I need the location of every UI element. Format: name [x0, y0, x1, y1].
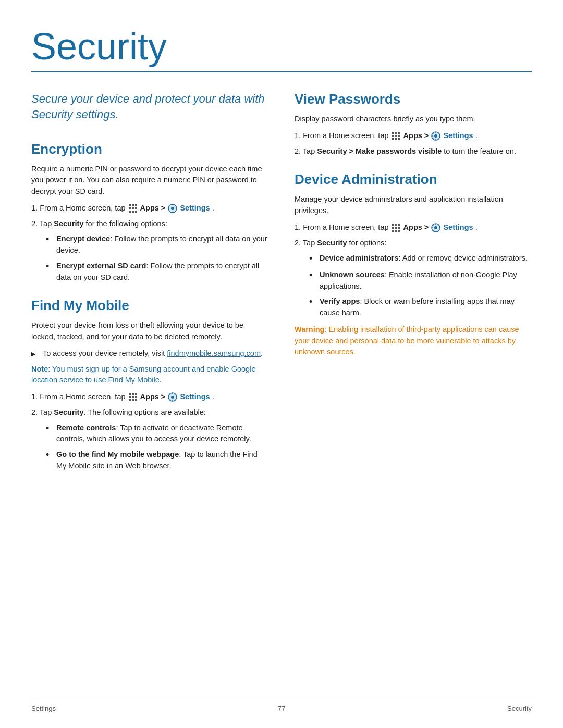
da-settings-gear-icon	[431, 223, 440, 232]
vp-apps-label: Apps >	[403, 131, 431, 140]
step-2-text-before: Tap Security for the following options:	[40, 219, 167, 228]
vp-step-1-num: 1.	[295, 131, 303, 140]
arrow-text: To access your device remotely, visit fi…	[43, 348, 263, 360]
svg-rect-27	[392, 135, 394, 137]
svg-rect-16	[132, 396, 134, 398]
da-bullet-1-bold: Device administrators	[320, 254, 399, 262]
vp-step-2: 2. Tap Security > Make passwords visible…	[295, 146, 532, 157]
find-my-mobile-note: Note: You must sign up for a Samsung acc…	[31, 364, 268, 387]
fmm-apps-grid-icon	[128, 392, 138, 402]
svg-rect-12	[129, 393, 131, 395]
left-column: Secure your device and protect your data…	[31, 91, 268, 486]
view-passwords-section: View Passwords Display password characte…	[295, 91, 532, 157]
da-settings-label: Settings	[443, 223, 475, 231]
fmm-step-2: 2. Tap Security. The following options a…	[31, 407, 268, 418]
svg-rect-20	[135, 399, 137, 401]
svg-rect-24	[392, 132, 394, 134]
vp-settings-label: Settings	[443, 131, 475, 140]
vp-apps-grid-icon	[391, 131, 401, 141]
svg-point-47	[434, 226, 437, 229]
view-passwords-title: View Passwords	[295, 91, 532, 107]
svg-point-35	[434, 134, 437, 138]
encryption-step-1: 1. From a Home screen, tap	[31, 203, 268, 214]
settings-gear-icon	[168, 204, 177, 213]
fmm-settings-gear-icon	[168, 392, 177, 402]
svg-rect-43	[395, 230, 397, 232]
svg-rect-39	[392, 227, 394, 229]
svg-rect-29	[398, 135, 400, 137]
fmm-step-1-num: 1.	[31, 392, 40, 401]
device-administration-title: Device Administration	[295, 171, 532, 188]
encryption-title: Encryption	[31, 141, 268, 157]
fmm-bullet-1: Remote controls: Tap to activate or deac…	[46, 423, 268, 446]
device-administration-section: Device Administration Manage your device…	[295, 171, 532, 358]
da-step-2-text: Tap Security for options:	[303, 239, 386, 247]
vp-settings-gear-icon	[431, 131, 440, 141]
vp-settings-period: .	[475, 131, 478, 140]
fmm-step-2-text: Tap Security. The following options are …	[40, 408, 206, 416]
encryption-bullet-1: Encrypt device: Follow the prompts to en…	[46, 233, 268, 256]
svg-rect-3	[129, 207, 131, 209]
svg-rect-1	[132, 204, 134, 206]
fmm-step-1: 1. From a Home screen, tap	[31, 391, 268, 403]
fmm-bullet-2-bold: Go to the find My mobile webpage	[56, 450, 179, 459]
da-apps-label: Apps >	[403, 223, 431, 231]
fmm-step-1-before: From a Home screen, tap	[40, 392, 127, 401]
da-bullet-1-text: : Add or remove device administrators.	[399, 254, 528, 262]
svg-rect-25	[395, 132, 397, 134]
svg-rect-4	[132, 207, 134, 209]
warning-bold: Warning	[295, 325, 324, 334]
svg-rect-44	[398, 230, 400, 232]
da-apps-grid-icon	[391, 223, 401, 232]
device-administration-warning: Warning: Enabling installation of third-…	[295, 324, 532, 358]
da-bullet-1: Device administrators: Add or remove dev…	[309, 253, 532, 265]
svg-rect-6	[129, 211, 131, 213]
step-1-before: From a Home screen, tap	[40, 204, 127, 212]
svg-rect-8	[135, 211, 137, 213]
footer-right: Security	[507, 705, 532, 712]
fmm-bullet-1-bold: Remote controls	[56, 424, 116, 432]
encryption-step-2: 2. Tap Security for the following option…	[31, 218, 268, 230]
right-column: View Passwords Display password characte…	[295, 91, 532, 486]
page: Security Secure your device and protect …	[0, 0, 563, 728]
find-my-mobile-section: Find My Mobile Protect your device from …	[31, 298, 268, 472]
svg-rect-17	[135, 396, 137, 398]
settings-label: Settings	[180, 204, 212, 212]
device-administration-body: Manage your device administrators and ap…	[295, 194, 532, 217]
fmm-settings-label: Settings	[180, 392, 212, 401]
footer-center: 77	[278, 705, 285, 712]
svg-rect-14	[135, 393, 137, 395]
vp-step-2-num: 2.	[295, 147, 303, 155]
svg-point-11	[171, 207, 174, 210]
fmm-settings-period: .	[212, 392, 214, 401]
footer: Settings 77 Security	[31, 700, 532, 712]
da-bullet-3-bold: Verify apps	[320, 297, 360, 305]
da-bullet-list: Device administrators: Add or remove dev…	[309, 253, 532, 318]
da-bullet-2: Unknown sources: Enable installation of …	[309, 269, 532, 292]
view-passwords-body: Display password characters briefly as y…	[295, 114, 532, 125]
da-step-1: 1. From a Home screen, tap	[295, 222, 532, 233]
encryption-bullet-list: Encrypt device: Follow the prompts to en…	[46, 233, 268, 283]
two-column-layout: Secure your device and protect your data…	[31, 91, 532, 486]
vp-step-1: 1. From a Home screen, tap	[295, 130, 532, 142]
bullet-1-bold: Encrypt device	[56, 235, 110, 243]
findmymobile-link[interactable]: findmymobile.samsung.com	[167, 349, 261, 357]
footer-left: Settings	[31, 705, 56, 712]
fmm-step-2-num: 2.	[31, 408, 40, 416]
warning-text-content: : Enabling installation of third-party a…	[295, 325, 519, 356]
note-text-content: : You must sign up for a Samsung account…	[31, 365, 255, 385]
apps-label: Apps >	[140, 204, 168, 212]
da-bullet-2-bold: Unknown sources	[320, 270, 385, 279]
fmm-bullet-2: Go to the find My mobile webpage: Tap to…	[46, 449, 268, 472]
da-step-2-num: 2.	[295, 239, 303, 247]
vp-step-2-text: Tap Security > Make passwords visible to…	[303, 147, 516, 155]
find-my-mobile-title: Find My Mobile	[31, 298, 268, 314]
apps-grid-icon	[128, 204, 138, 213]
svg-rect-31	[395, 138, 397, 140]
svg-rect-38	[398, 224, 400, 226]
svg-rect-18	[129, 399, 131, 401]
da-bullet-3: Verify apps: Block or warn before instal…	[309, 296, 532, 319]
encryption-section: Encryption Require a numeric PIN or pass…	[31, 141, 268, 283]
intro-text: Secure your device and protect your data…	[31, 91, 268, 122]
svg-rect-7	[132, 211, 134, 213]
